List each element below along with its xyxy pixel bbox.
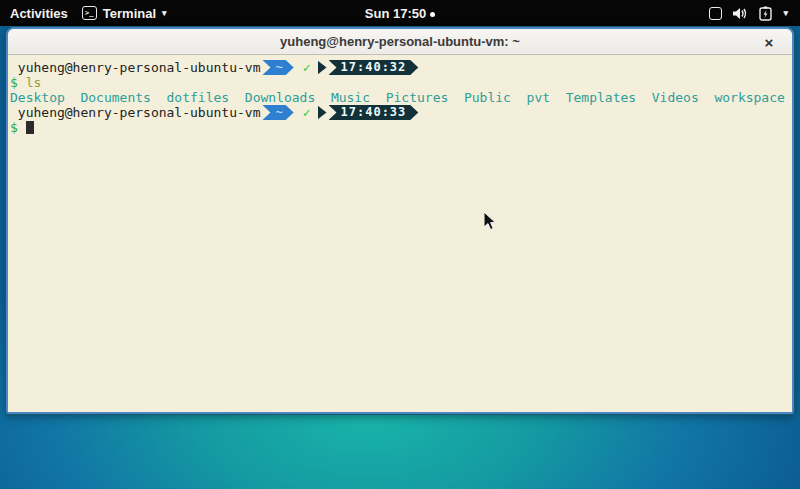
prompt-line-2: yuheng@henry-personal-ubuntu-vm ~ ✓ 17:4…: [10, 105, 790, 120]
terminal-window: yuheng@henry-personal-ubuntu-vm: ~ × yuh…: [6, 27, 794, 414]
prompt-dollar: $: [10, 75, 18, 90]
clock-label: Sun 17:50: [365, 6, 426, 21]
space: [18, 75, 26, 90]
prompt-user: yuheng@henry-personal-ubuntu-vm: [10, 105, 260, 120]
ls-output-line: Desktop Documents dotfiles Downloads Mus…: [10, 90, 790, 105]
status-check-icon: ✓: [303, 60, 311, 75]
status-check-icon: ✓: [303, 105, 311, 120]
top-bar: Activities >_ Terminal ▾ Sun 17:50 ▾: [0, 0, 800, 26]
prompt-path-segment: ~: [262, 60, 293, 75]
input-line: $: [10, 120, 790, 135]
system-status-area[interactable]: ▾: [709, 6, 800, 21]
prompt-time-badge: 17:40:32: [329, 60, 419, 75]
app-menu-terminal[interactable]: >_ Terminal ▾: [82, 6, 167, 21]
app-menu-label: Terminal: [103, 6, 156, 21]
prompt-user: yuheng@henry-personal-ubuntu-vm: [10, 60, 260, 75]
powerline-separator-icon: [318, 61, 327, 75]
command-line: $ ls: [10, 75, 790, 90]
window-title: yuheng@henry-personal-ubuntu-vm: ~: [280, 34, 520, 49]
close-button[interactable]: ×: [758, 31, 780, 53]
battery-charging-icon: [759, 6, 772, 21]
prompt-path-segment: ~: [262, 105, 293, 120]
text-cursor: [26, 121, 34, 134]
clock-button[interactable]: Sun 17:50: [365, 6, 435, 21]
terminal-app-icon: >_: [82, 6, 97, 20]
notification-dot-icon: [430, 12, 435, 17]
volume-icon: [733, 7, 748, 20]
window-titlebar[interactable]: yuheng@henry-personal-ubuntu-vm: ~ ×: [8, 29, 792, 55]
prompt-line-1: yuheng@henry-personal-ubuntu-vm ~ ✓ 17:4…: [10, 60, 790, 75]
activities-button[interactable]: Activities: [10, 6, 68, 21]
system-chevron-down-icon: ▾: [783, 8, 788, 18]
terminal-content[interactable]: yuheng@henry-personal-ubuntu-vm ~ ✓ 17:4…: [8, 55, 792, 412]
chevron-down-icon: ▾: [162, 8, 167, 18]
prompt-time-badge: 17:40:33: [329, 105, 419, 120]
powerline-separator-icon: [318, 106, 327, 120]
prompt-dollar: $: [10, 120, 18, 135]
command-text: ls: [26, 75, 42, 90]
display-icon: [709, 7, 722, 20]
